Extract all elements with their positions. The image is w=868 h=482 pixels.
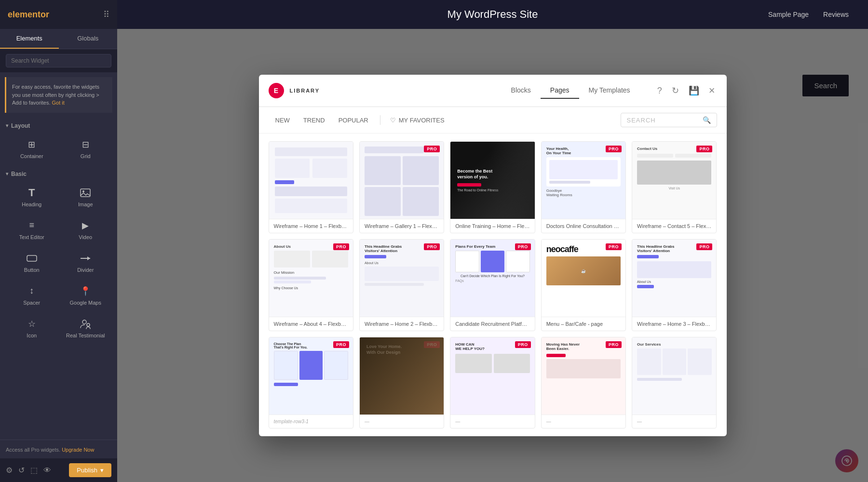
filter-favorites[interactable]: ♡ MY FAVORITES bbox=[385, 114, 449, 127]
template-card[interactable]: Our Services — bbox=[632, 337, 717, 428]
container-icon: ⊞ bbox=[25, 138, 39, 151]
google-maps-label: Google Maps bbox=[70, 300, 101, 306]
template-thumbnail bbox=[269, 142, 353, 219]
template-title: — bbox=[360, 415, 444, 428]
pro-badge: PRO bbox=[333, 243, 349, 250]
basic-widgets: T Heading Image ≡ Text Editor ▶ Video Bu… bbox=[0, 179, 117, 345]
template-title: Wireframe – Home 3 – Flexbox - page bbox=[632, 317, 716, 331]
template-card[interactable]: PRO Plans For Every Team Can't Decide Wh… bbox=[450, 239, 535, 331]
sidebar-tabs: Elements Globals bbox=[0, 29, 117, 49]
modal-tabs: Blocks Pages My Templates bbox=[502, 82, 640, 99]
template-card[interactable]: Wireframe – Home 1 – Flexbox - page bbox=[269, 141, 353, 233]
template-card[interactable]: PRO Become the Bestversion of you. The R… bbox=[450, 141, 535, 233]
filter-popular[interactable]: POPULAR bbox=[332, 114, 375, 127]
history-icon[interactable]: ⬚ bbox=[30, 466, 38, 475]
icon-icon: ☆ bbox=[25, 317, 39, 331]
widget-image[interactable]: Image bbox=[60, 181, 112, 212]
hint-link[interactable]: Got it bbox=[52, 100, 65, 106]
tab-elements[interactable]: Elements bbox=[0, 29, 59, 49]
filter-new[interactable]: NEW bbox=[269, 114, 297, 127]
spacer-label: Spacer bbox=[23, 300, 40, 306]
info-button[interactable]: ? bbox=[655, 84, 664, 98]
template-card[interactable]: PRO Love Your Home.With Our Design — bbox=[359, 337, 444, 428]
section-basic[interactable]: ▾ Basic bbox=[0, 166, 117, 179]
publish-chevron-icon: ▾ bbox=[100, 467, 104, 474]
template-title: Wireframe – About 4 – Flexbox - page bbox=[269, 317, 353, 331]
widget-divider[interactable]: Divider bbox=[60, 247, 112, 278]
nav-reviews[interactable]: Reviews bbox=[823, 11, 849, 18]
filter-trend[interactable]: TREND bbox=[297, 114, 332, 127]
template-card[interactable]: PRO This Headline GrabsVisitors' Attenti… bbox=[632, 239, 717, 331]
template-thumbnail: PRO Love Your Home.With Our Design bbox=[360, 337, 444, 415]
template-grid: Wireframe – Home 1 – Flexbox - page PRO … bbox=[259, 134, 727, 436]
svg-point-5 bbox=[82, 320, 86, 324]
sidebar-footer: ⚙ ↺ ⬚ 👁 Publish ▾ bbox=[0, 458, 117, 482]
upgrade-text: Access all Pro widgets. Upgrade Now bbox=[6, 447, 94, 453]
refresh-icon[interactable]: ↺ bbox=[18, 466, 25, 475]
site-title: My WordPress Site bbox=[448, 8, 538, 21]
template-card[interactable]: PRO neocaffe ☕ Menu – Bar/Cafe - page bbox=[541, 239, 626, 331]
template-thumbnail: PRO HOW CANWE HELP YOU? bbox=[450, 337, 534, 415]
pro-badge: PRO bbox=[424, 146, 440, 152]
svg-rect-0 bbox=[81, 189, 90, 197]
pro-badge: PRO bbox=[606, 341, 622, 348]
save-button[interactable]: 💾 bbox=[687, 83, 701, 98]
template-card[interactable]: PRO Wireframe – Gallery 1 – Flexbox - pa… bbox=[359, 141, 444, 233]
sidebar-bottom: Access all Pro widgets. Upgrade Now bbox=[0, 440, 117, 458]
image-icon bbox=[79, 186, 92, 200]
template-card[interactable]: PRO This Headline GrabsVisitors' Attenti… bbox=[359, 239, 444, 331]
template-thumbnail: PRO Moving Has NeverBeen Easier. bbox=[542, 337, 625, 415]
modal-overlay: E LIBRARY Blocks Pages My Templates ? ↻ … bbox=[117, 29, 868, 482]
widget-icon[interactable]: ☆ Icon bbox=[6, 312, 58, 343]
text-editor-icon: ≡ bbox=[25, 219, 39, 232]
pro-badge: PRO bbox=[424, 243, 440, 250]
widget-google-maps[interactable]: 📍 Google Maps bbox=[60, 280, 112, 310]
widget-container[interactable]: ⊞ Container bbox=[6, 133, 58, 164]
sidebar-search-area bbox=[0, 49, 117, 72]
button-icon bbox=[25, 252, 39, 265]
testimonial-icon bbox=[79, 317, 92, 331]
icon-label: Icon bbox=[27, 333, 37, 338]
upgrade-link[interactable]: Upgrade Now bbox=[62, 447, 94, 453]
widget-real-testimonial[interactable]: Real Testimonial bbox=[60, 312, 112, 343]
preview-icon[interactable]: 👁 bbox=[43, 466, 51, 475]
tab-blocks[interactable]: Blocks bbox=[502, 82, 541, 99]
modal-actions: ? ↻ 💾 × bbox=[655, 82, 717, 99]
search-area: 🔍 bbox=[621, 113, 717, 127]
search-input[interactable] bbox=[627, 117, 699, 124]
modal-library-label: LIBRARY bbox=[290, 88, 320, 94]
widget-video[interactable]: ▶ Video bbox=[60, 214, 112, 245]
section-layout[interactable]: ▾ Layout bbox=[0, 118, 117, 131]
text-editor-label: Text Editor bbox=[19, 234, 44, 240]
widget-button[interactable]: Button bbox=[6, 247, 58, 278]
nav-sample-page[interactable]: Sample Page bbox=[768, 11, 809, 18]
template-card[interactable]: PRO Contact Us Visit Us Wireframe – Cont… bbox=[632, 141, 717, 233]
settings-icon[interactable]: ⚙ bbox=[6, 466, 13, 475]
pro-badge: PRO bbox=[515, 341, 531, 348]
favorites-label: MY FAVORITES bbox=[399, 117, 445, 124]
tab-globals[interactable]: Globals bbox=[59, 29, 118, 49]
heading-label: Heading bbox=[22, 201, 41, 207]
refresh-button[interactable]: ↻ bbox=[670, 83, 681, 98]
widget-text-editor[interactable]: ≡ Text Editor bbox=[6, 214, 58, 245]
template-card[interactable]: PRO Your Health,On Your Time GoodbyeWait… bbox=[541, 141, 626, 233]
template-card[interactable]: PRO About Us Our Mission Why Choose Us W… bbox=[269, 239, 353, 331]
template-card[interactable]: PRO HOW CANWE HELP YOU? — bbox=[450, 337, 535, 428]
google-maps-icon: 📍 bbox=[79, 284, 92, 298]
widget-spacer[interactable]: ↕ Spacer bbox=[6, 280, 58, 310]
widget-grid[interactable]: ⊟ Grid bbox=[60, 133, 112, 164]
publish-button[interactable]: Publish ▾ bbox=[69, 463, 111, 477]
template-card[interactable]: PRO Choose The PlanThat's Right For You.… bbox=[269, 337, 353, 428]
template-thumbnail: PRO About Us Our Mission Why Choose Us bbox=[269, 240, 353, 317]
sidebar: elementor ⠿ Elements Globals For easy ac… bbox=[0, 0, 117, 482]
template-title: Candidate Recruitment Platform – p... bbox=[450, 317, 534, 331]
widget-heading[interactable]: T Heading bbox=[6, 181, 58, 212]
tab-pages[interactable]: Pages bbox=[541, 82, 579, 99]
search-widget-input[interactable] bbox=[6, 54, 111, 67]
container-label: Container bbox=[20, 153, 43, 159]
apps-icon[interactable]: ⠿ bbox=[103, 9, 109, 20]
template-card[interactable]: PRO Moving Has NeverBeen Easier. — bbox=[541, 337, 626, 428]
filter-divider bbox=[380, 115, 380, 125]
close-button[interactable]: × bbox=[707, 82, 717, 99]
tab-my-templates[interactable]: My Templates bbox=[579, 82, 640, 99]
